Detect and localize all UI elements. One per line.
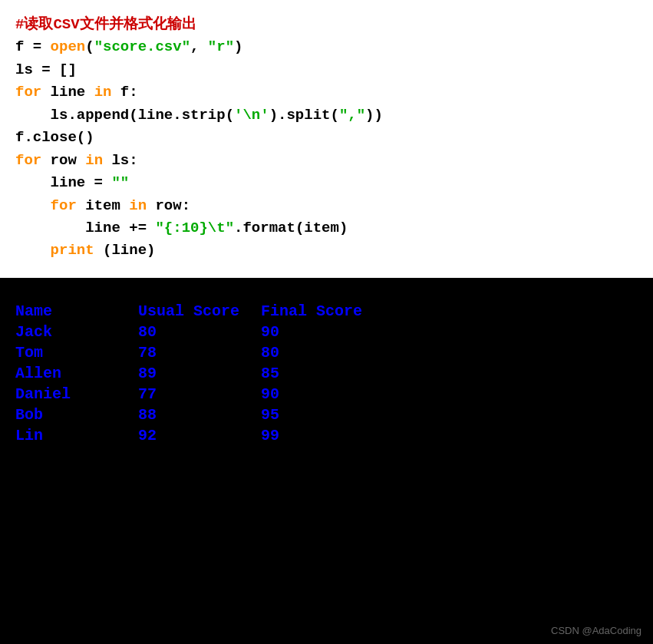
table-row: Daniel7790 <box>15 384 384 405</box>
code-text: for <box>51 197 77 214</box>
code-text: f: <box>111 84 137 101</box>
code-block: #读取CSV文件并格式化输出 f = open("score.csv", "r"… <box>15 14 638 263</box>
code-text: for <box>15 152 41 169</box>
table-cell: 90 <box>261 384 384 405</box>
code-line-5: f.close() <box>15 127 638 149</box>
code-text: in <box>85 152 103 169</box>
code-text: row <box>41 152 85 169</box>
code-line-4: ls.append(line.strip('\n').split(",")) <box>15 104 638 127</box>
code-text: "," <box>339 107 365 124</box>
table-cell: Jack <box>15 322 138 342</box>
code-text: in <box>129 197 147 214</box>
code-text: ls = [] <box>15 61 77 78</box>
code-text: f.close() <box>15 129 94 146</box>
col-header-usual: Usual Score <box>138 301 261 322</box>
table-cell: 80 <box>138 322 261 342</box>
table-cell: 92 <box>138 425 261 446</box>
code-comment-line: #读取CSV文件并格式化输出 <box>15 14 638 36</box>
table-cell: 85 <box>261 363 384 384</box>
output-table: Name Usual Score Final Score Jack8090Tom… <box>15 301 384 446</box>
table-cell: 95 <box>261 405 384 425</box>
code-line-1: f = open("score.csv", "r") <box>15 36 638 58</box>
watermark: CSDN @AdaCoding <box>551 625 641 636</box>
code-line-10: print (line) <box>15 239 638 262</box>
code-text: "" <box>111 174 129 191</box>
table-cell: Bob <box>15 405 138 425</box>
code-text: "r" <box>208 38 234 55</box>
table-cell: 89 <box>138 363 261 384</box>
code-text: line += <box>15 220 155 236</box>
comment: #读取CSV文件并格式化输出 <box>15 16 196 33</box>
code-line-8: for item in row: <box>15 195 638 217</box>
code-text: ls: <box>103 152 138 169</box>
code-text: ls.append(line.strip( <box>15 107 234 124</box>
code-text: item <box>77 197 129 214</box>
code-text <box>15 197 51 214</box>
table-cell: Daniel <box>15 384 138 405</box>
code-text: '\n' <box>234 107 269 124</box>
code-text: "score.csv" <box>94 38 190 55</box>
code-text: f = <box>15 38 51 55</box>
code-text: , <box>190 38 208 55</box>
code-text: "{:10}\t" <box>155 220 234 236</box>
code-text: .format(item) <box>234 220 348 236</box>
code-text: for <box>15 84 41 101</box>
code-line-6: for row in ls: <box>15 150 638 172</box>
col-header-name: Name <box>15 301 138 322</box>
code-line-2: ls = [] <box>15 59 638 81</box>
table-cell: 80 <box>261 342 384 363</box>
table-row: Bob8895 <box>15 405 384 425</box>
code-text: )) <box>365 107 383 124</box>
table-row: Tom7880 <box>15 342 384 363</box>
table-cell: 77 <box>138 384 261 405</box>
code-text: ) <box>234 38 242 55</box>
code-text: open <box>51 38 86 55</box>
code-text: ( <box>85 38 94 55</box>
table-cell: 78 <box>138 342 261 363</box>
code-text: line = <box>15 174 111 191</box>
code-text: (line) <box>94 242 156 259</box>
code-text: line <box>41 84 94 101</box>
code-text: row: <box>147 197 190 214</box>
table-header-row: Name Usual Score Final Score <box>15 301 384 322</box>
code-line-3: for line in f: <box>15 81 638 104</box>
output-section: Name Usual Score Final Score Jack8090Tom… <box>0 278 653 644</box>
col-header-final: Final Score <box>261 301 384 322</box>
code-section: #读取CSV文件并格式化输出 f = open("score.csv", "r"… <box>0 0 653 278</box>
page-container: #读取CSV文件并格式化输出 f = open("score.csv", "r"… <box>0 0 653 644</box>
code-line-7: line = "" <box>15 172 638 194</box>
table-cell: Allen <box>15 363 138 384</box>
table-cell: Lin <box>15 425 138 446</box>
table-row: Allen8985 <box>15 363 384 384</box>
code-text: ).split( <box>269 107 339 124</box>
code-line-9: line += "{:10}\t".format(item) <box>15 217 638 239</box>
table-row: Jack8090 <box>15 322 384 342</box>
table-cell: 99 <box>261 425 384 446</box>
table-cell: Tom <box>15 342 138 363</box>
table-cell: 90 <box>261 322 384 342</box>
code-text <box>15 242 51 259</box>
table-row: Lin9299 <box>15 425 384 446</box>
code-text: in <box>94 84 112 101</box>
code-text: print <box>51 242 94 259</box>
table-cell: 88 <box>138 405 261 425</box>
